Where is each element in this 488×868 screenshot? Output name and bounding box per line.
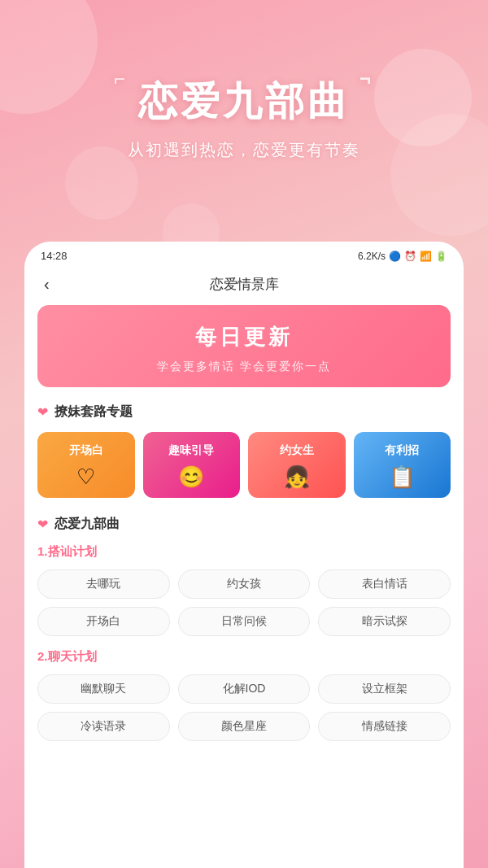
category-label-3: 有利招 — [385, 443, 419, 458]
category-label-1: 趣味引导 — [168, 443, 214, 458]
back-button[interactable]: ‹ — [37, 272, 56, 297]
hero-subtitle: 从初遇到热恋，恋爱更有节奏 — [128, 139, 360, 161]
nine-heart-icon: ❤ — [37, 517, 48, 532]
category-card-3[interactable]: 有利招📋 — [354, 432, 451, 498]
nine-section-title: 恋爱九部曲 — [54, 516, 120, 533]
tag-grid-1: 幽默聊天化解IOD设立框架冷读语录颜色星座情感链接 — [37, 674, 451, 741]
scroll-content[interactable]: 每日更新 学会更多情话 学会更爱你一点 ❤ 撩妹套路专题 开场白♡趣味引导😊约女… — [24, 305, 464, 868]
status-signal: 📶 — [420, 251, 432, 262]
topic-section-header: ❤ 撩妹套路专题 — [37, 403, 451, 421]
category-icon-2: 👧 — [284, 465, 310, 490]
tag-0-0[interactable]: 去哪玩 — [37, 569, 170, 599]
tag-0-5[interactable]: 暗示试探 — [318, 607, 451, 636]
topic-section-title: 撩妹套路专题 — [54, 403, 133, 421]
category-card-0[interactable]: 开场白♡ — [37, 432, 135, 498]
category-icon-1: 😊 — [178, 465, 204, 490]
banner-subtitle: 学会更多情话 学会更爱你一点 — [50, 360, 438, 374]
page-title: 恋爱情景库 — [210, 275, 279, 294]
hero-title: 恋爱九部曲 — [138, 76, 350, 128]
nine-section-header: ❤ 恋爱九部曲 — [37, 516, 451, 533]
plan-1: 2.聊天计划幽默聊天化解IOD设立框架冷读语录颜色星座情感链接 — [37, 649, 451, 741]
hero-section: 恋爱九部曲 从初遇到热恋，恋爱更有节奏 — [0, 0, 488, 236]
plan-0: 1.搭讪计划去哪玩约女孩表白情话开场白日常问候暗示试探 — [37, 544, 451, 636]
phone-card: 14:28 6.2K/s 🔵 ⏰ 📶 🔋 ‹ 恋爱情景库 每日更新 学会更多情话… — [24, 242, 464, 868]
tag-0-4[interactable]: 日常问候 — [178, 607, 311, 636]
category-icon-0: ♡ — [76, 465, 95, 490]
category-card-1[interactable]: 趣味引导😊 — [143, 432, 241, 498]
status-bluetooth: 🔵 — [389, 251, 401, 262]
status-alarm: ⏰ — [404, 251, 416, 262]
category-label-2: 约女生 — [280, 443, 314, 458]
tag-1-0[interactable]: 幽默聊天 — [37, 674, 170, 704]
status-time: 14:28 — [41, 250, 68, 262]
category-card-2[interactable]: 约女生👧 — [248, 432, 346, 498]
plans-container: 1.搭讪计划去哪玩约女孩表白情话开场白日常问候暗示试探2.聊天计划幽默聊天化解I… — [37, 544, 451, 741]
status-battery: 🔋 — [435, 251, 447, 262]
tag-0-3[interactable]: 开场白 — [37, 607, 170, 636]
tag-1-2[interactable]: 设立框架 — [318, 674, 451, 704]
category-icon-3: 📋 — [389, 465, 415, 490]
topic-heart-icon: ❤ — [37, 404, 48, 420]
network-speed: 6.2K/s — [358, 251, 386, 262]
status-bar: 14:28 6.2K/s 🔵 ⏰ 📶 🔋 — [24, 242, 464, 265]
status-icons: 6.2K/s 🔵 ⏰ 📶 🔋 — [358, 251, 447, 262]
tag-1-4[interactable]: 颜色星座 — [178, 712, 311, 741]
nav-bar: ‹ 恋爱情景库 — [24, 265, 464, 305]
daily-update-banner[interactable]: 每日更新 学会更多情话 学会更爱你一点 — [37, 305, 451, 387]
category-grid: 开场白♡趣味引导😊约女生👧有利招📋 — [37, 432, 451, 498]
banner-title: 每日更新 — [50, 323, 438, 351]
plan-title-1: 2.聊天计划 — [37, 649, 451, 665]
category-label-0: 开场白 — [69, 443, 103, 458]
tag-0-1[interactable]: 约女孩 — [178, 569, 311, 599]
tag-grid-0: 去哪玩约女孩表白情话开场白日常问候暗示试探 — [37, 569, 451, 636]
tag-1-3[interactable]: 冷读语录 — [37, 712, 170, 741]
tag-1-5[interactable]: 情感链接 — [318, 712, 451, 741]
tag-1-1[interactable]: 化解IOD — [178, 674, 311, 704]
plan-title-0: 1.搭讪计划 — [37, 544, 451, 560]
tag-0-2[interactable]: 表白情话 — [318, 569, 451, 599]
